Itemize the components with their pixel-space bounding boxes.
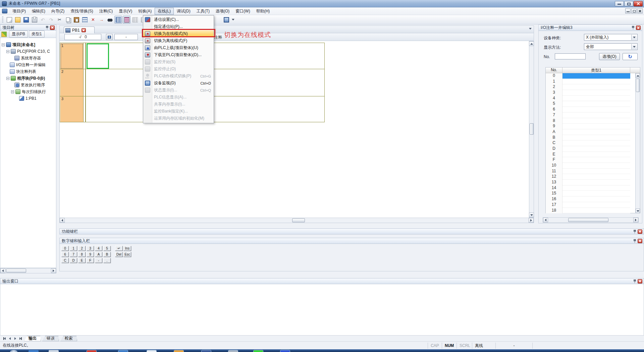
menu-item-device-monitor[interactable]: 设备监视(D)Ctrl+D xyxy=(143,80,214,87)
scroll-down-button[interactable] xyxy=(529,213,534,217)
panel-close-icon[interactable] xyxy=(638,279,642,283)
collapse-icon[interactable] xyxy=(6,77,9,80)
options-button[interactable]: 选项(O) xyxy=(599,53,620,60)
tree-node-program-block[interactable]: 程序块(PB-0步) xyxy=(6,75,45,82)
panel-close-icon[interactable] xyxy=(636,26,641,30)
menu-tools[interactable]: 工具(T) xyxy=(194,8,213,15)
taskbar-item[interactable] xyxy=(174,350,184,352)
io-comment-toggle-button[interactable] xyxy=(114,16,122,24)
key-enter[interactable]: ↵ xyxy=(115,246,123,251)
print-button[interactable] xyxy=(31,16,38,24)
type1-button[interactable]: 类型1 xyxy=(29,31,45,38)
table-row[interactable]: 14 xyxy=(546,185,636,191)
taskbar-item[interactable] xyxy=(147,350,157,352)
key-5[interactable]: 5 xyxy=(103,246,111,251)
show-pb-button[interactable]: 显示PB xyxy=(9,31,28,38)
scroll-left-button[interactable] xyxy=(543,218,548,222)
menu-wizard[interactable]: 向导(Z) xyxy=(48,8,67,15)
tree-node-io-comment[interactable]: I/O注释一并编辑 xyxy=(10,61,46,68)
table-row[interactable]: 16 xyxy=(546,196,636,202)
pin-icon[interactable] xyxy=(633,279,636,283)
rung-number-cell[interactable]: 1 xyxy=(60,43,83,69)
monitor-toggle-button[interactable] xyxy=(106,34,113,40)
save-button[interactable] xyxy=(22,16,30,24)
windows-taskbar[interactable] xyxy=(0,349,644,352)
collapse-icon[interactable] xyxy=(11,90,14,93)
editor-horizontal-scrollbar[interactable] xyxy=(59,218,534,223)
child-restore-button[interactable] xyxy=(631,8,637,13)
collapse-icon[interactable] xyxy=(2,43,5,46)
menu-comment[interactable]: 注释(C) xyxy=(96,8,116,15)
table-row[interactable]: 5 xyxy=(546,101,636,107)
key-esc[interactable]: Esc xyxy=(123,252,131,257)
tab-pb1[interactable]: PB1 xyxy=(64,27,95,34)
table-row[interactable]: 8 xyxy=(546,118,636,124)
table-row[interactable]: 0 xyxy=(546,73,636,79)
prev-tab-button[interactable] xyxy=(7,336,12,341)
tree-filter-icon[interactable] xyxy=(1,32,7,37)
first-tab-button[interactable] xyxy=(2,336,7,341)
tab-list-caret-icon[interactable] xyxy=(529,28,532,30)
paste-button[interactable] xyxy=(72,16,80,24)
scroll-thumb[interactable] xyxy=(292,218,305,222)
table-row[interactable]: 1 xyxy=(546,79,636,85)
key-a[interactable]: A xyxy=(95,252,102,257)
tree-node-scan-exec[interactable]: 每次扫描执行 xyxy=(11,88,46,95)
key-2[interactable]: 2 xyxy=(78,246,86,251)
scroll-right-button[interactable] xyxy=(529,218,534,223)
table-row[interactable]: A xyxy=(546,129,636,135)
table-row[interactable]: 7 xyxy=(546,113,636,118)
scroll-up-button[interactable] xyxy=(529,41,534,46)
menu-item-download-to-plc[interactable]: 下载至PLC(项目整体)(D)... xyxy=(143,51,214,58)
menu-online[interactable]: 在线(L) xyxy=(155,8,174,15)
menu-edit[interactable]: 编辑(E) xyxy=(29,8,48,15)
key-del[interactable]: Del xyxy=(115,252,123,257)
tree-node-system-register[interactable]: 系统寄存器 xyxy=(14,55,41,61)
taskbar-item[interactable] xyxy=(201,350,211,352)
pin-icon[interactable] xyxy=(46,26,49,30)
table-vertical-scrollbar[interactable] xyxy=(635,73,640,213)
table-row[interactable]: E xyxy=(546,152,636,158)
pin-icon[interactable] xyxy=(633,229,636,234)
scroll-up-button[interactable] xyxy=(636,73,640,78)
table-row[interactable]: F xyxy=(546,157,636,163)
menu-convert[interactable]: 转换(A) xyxy=(135,8,155,15)
menu-project[interactable]: 项目(P) xyxy=(9,8,29,15)
tab-output[interactable]: 输出 xyxy=(24,336,41,341)
menu-options[interactable]: 选项(O) xyxy=(213,8,232,15)
taskbar-item[interactable] xyxy=(280,350,290,352)
table-row[interactable]: 12 xyxy=(546,174,636,180)
close-button[interactable] xyxy=(634,1,643,6)
menu-debug[interactable]: 调试(D) xyxy=(174,8,194,15)
key-6[interactable]: 6 xyxy=(61,252,69,257)
scroll-left-button[interactable] xyxy=(60,218,65,223)
copy-button[interactable] xyxy=(64,16,72,24)
start-orb-icon[interactable] xyxy=(10,350,17,352)
menu-item-upload-from-plc[interactable]: 由PLC上载(项目整体)(U) xyxy=(143,44,214,51)
comment-display-toggle-button[interactable] xyxy=(123,16,130,24)
panel-close-icon[interactable] xyxy=(638,239,642,243)
key-d[interactable]: D xyxy=(70,258,77,263)
device-monitor-button[interactable] xyxy=(222,16,230,24)
undo-button[interactable]: ↶ xyxy=(39,16,47,24)
ladder-editor-canvas[interactable]: 1 2 3 xyxy=(59,41,529,218)
table-row[interactable]: D xyxy=(546,146,636,152)
maximize-button[interactable] xyxy=(624,1,633,6)
find-button[interactable] xyxy=(106,16,114,24)
child-minimize-button[interactable] xyxy=(625,8,631,13)
pin-icon[interactable] xyxy=(633,239,636,243)
pin-icon[interactable] xyxy=(632,26,635,30)
taskbar-item[interactable] xyxy=(49,350,59,352)
io-horizontal-scrollbar[interactable] xyxy=(543,217,639,223)
menu-item-switch-offline-mode[interactable]: 切换为离线模式(F) xyxy=(143,37,214,44)
menu-item-communication-settings[interactable]: 通信设置(C)... xyxy=(143,16,214,23)
open-button[interactable] xyxy=(14,16,21,24)
taskbar-item[interactable] xyxy=(228,350,238,352)
table-row[interactable]: 11 xyxy=(546,169,636,174)
tab-errors[interactable]: 错误 xyxy=(42,336,59,341)
minimize-button[interactable] xyxy=(615,1,624,6)
device-type-select[interactable]: X (外部输入) xyxy=(584,34,638,41)
table-row[interactable]: 13 xyxy=(546,180,636,185)
key-minus[interactable]: - xyxy=(95,258,102,263)
next-tab-button[interactable] xyxy=(13,336,17,341)
